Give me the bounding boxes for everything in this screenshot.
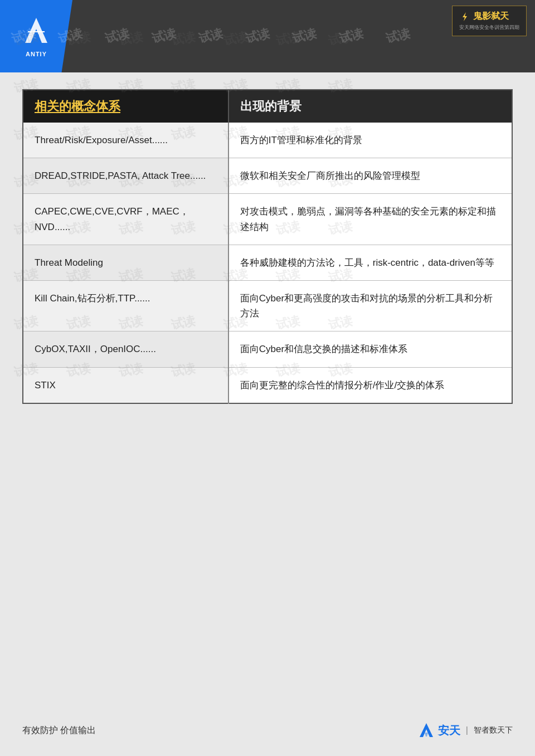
background-cell: 面向Cyber和更高强度的攻击和对抗的场景的分析工具和分析方法: [228, 280, 512, 331]
wm5: 试读: [197, 25, 225, 47]
concept-cell: Kill Chain,钻石分析,TTP......: [23, 280, 228, 331]
brand-lightning-icon: [459, 11, 470, 22]
footer-divider: |: [466, 725, 468, 735]
table-row: Threat/Risk/Exposure/Asset......西方的IT管理和…: [23, 123, 512, 158]
background-cell: 各种威胁建模的方法论，工具，risk-centric，data-driven等等: [228, 245, 512, 280]
header: ANTIY 试读 试读 试读 试读 试读 试读 试读 试读 试读 鬼影弑天 安天…: [0, 0, 535, 72]
logo-area: ANTIY: [0, 0, 72, 72]
background-cell: 微软和相关安全厂商所推出的风险管理模型: [228, 158, 512, 194]
brand-name: 鬼影弑天: [473, 11, 509, 22]
concept-cell: CybOX,TAXII，OpenIOC......: [23, 331, 228, 367]
col2-header: 出现的背景: [228, 90, 512, 123]
table-row: DREAD,STRIDE,PASTA, Attack Tree......微软和…: [23, 158, 512, 194]
table-row: CybOX,TAXII，OpenIOC......面向Cyber和信息交换的描述…: [23, 331, 512, 367]
svg-marker-5: [425, 733, 428, 737]
table-row: STIX面向更完整的综合性的情报分析/作业/交换的体系: [23, 367, 512, 403]
wm9: 试读: [384, 25, 412, 47]
background-cell: 面向更完整的综合性的情报分析/作业/交换的体系: [228, 367, 512, 403]
wm8: 试读: [337, 25, 365, 47]
footer-brand: 安天: [438, 723, 460, 738]
wm4: 试读: [150, 25, 178, 47]
svg-marker-3: [463, 12, 467, 21]
wm6: 试读: [244, 25, 271, 47]
wm7: 试读: [290, 25, 318, 47]
table-row: Threat Modeling各种威胁建模的方法论，工具，risk-centri…: [23, 245, 512, 280]
table-row: Kill Chain,钻石分析,TTP......面向Cyber和更高强度的攻击…: [23, 280, 512, 331]
wm3: 试读: [103, 25, 131, 47]
background-cell: 面向Cyber和信息交换的描述和标准体系: [228, 331, 512, 367]
footer-right: 安天 | 智者数天下: [417, 721, 513, 739]
footer-left-text: 有效防护 价值输出: [22, 725, 96, 737]
concept-cell: Threat/Risk/Exposure/Asset......: [23, 123, 228, 158]
logo-text: ANTIY: [26, 51, 47, 57]
background-cell: 西方的IT管理和标准化的背景: [228, 123, 512, 158]
background-cell: 对攻击模式，脆弱点，漏洞等各种基础的安全元素的标定和描述结构: [228, 194, 512, 245]
concept-cell: DREAD,STRIDE,PASTA, Attack Tree......: [23, 158, 228, 194]
brand-sub: 安天网络安全冬训营第四期: [459, 24, 519, 31]
table-row: CAPEC,CWE,CVE,CVRF，MAEC，NVD......对攻击模式，脆…: [23, 194, 512, 245]
svg-marker-1: [33, 35, 39, 40]
concept-table: 相关的概念体系 出现的背景 Threat/Risk/Exposure/Asset…: [22, 89, 513, 404]
logo-icon: [20, 15, 53, 48]
table-header-row: 相关的概念体系 出现的背景: [23, 90, 512, 123]
header-brand-box: 鬼影弑天 安天网络安全冬训营第四期: [452, 6, 527, 36]
concept-cell: CAPEC,CWE,CVE,CVRF，MAEC，NVD......: [23, 194, 228, 245]
concept-cell: Threat Modeling: [23, 245, 228, 280]
footer-logo-icon: [417, 721, 435, 739]
concept-cell: STIX: [23, 367, 228, 403]
main-content: 相关的概念体系 出现的背景 Threat/Risk/Exposure/Asset…: [0, 72, 535, 421]
footer-sub: 智者数天下: [474, 725, 513, 735]
brand-top: 鬼影弑天: [459, 11, 519, 22]
col1-header: 相关的概念体系: [23, 90, 228, 123]
footer: 有效防护 价值输出 安天 | 智者数天下: [22, 721, 513, 739]
